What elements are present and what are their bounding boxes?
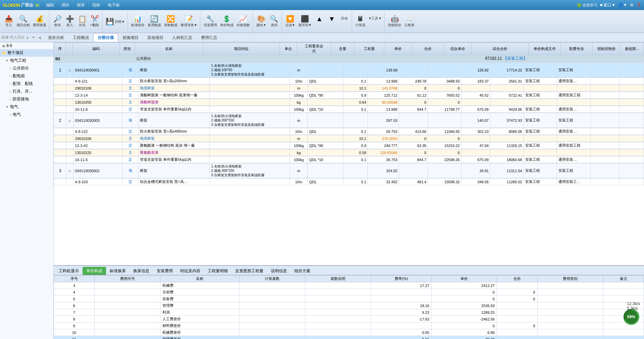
cell-expand[interactable]: ⊟ <box>66 163 73 178</box>
menu-edit[interactable]: 编制 <box>43 2 57 9</box>
bottom-tab-unit-price[interactable]: 单价构成 <box>83 267 106 275</box>
tab-measures[interactable]: 措施项目 <box>118 33 143 42</box>
table-row[interactable]: 12-3-42 定 聚氨酯漆 一般钢结构 底涂 增一遍 100kg QDL *9… <box>54 142 644 149</box>
sidebar-item-pipe[interactable]: □ 配管、配线 <box>0 80 53 88</box>
table-row[interactable]: 29010106 主 电缆桥架 m 10.1 270.2053 0 0 <box>54 135 644 142</box>
unit-price-button[interactable]: 💲 单价构成 <box>219 15 235 28</box>
sidebar-item-public[interactable]: □ 公共部分 <box>0 64 53 72</box>
query-button[interactable]: 🔎 查询 <box>51 15 63 28</box>
bottom-tab-qty-detail[interactable]: 工程量明细 <box>204 267 232 275</box>
up-button[interactable]: ▲ <box>313 15 326 28</box>
new-import[interactable]: 新建·导入导出 <box>1 35 24 40</box>
menu-adjust[interactable]: 调价 <box>58 2 73 9</box>
sidebar-item-light[interactable]: □ 灯具、开... <box>0 88 53 95</box>
menu-index[interactable]: 指标 <box>89 2 104 9</box>
online-learning[interactable]: 🟢 在线学习 <box>577 3 597 8</box>
table-row[interactable]: 13010225 主 聚氨酯底漆 kg 0.58 139.65066 0 0 <box>54 149 644 156</box>
expand-button[interactable]: ⬛ 展开到▼ <box>297 15 313 28</box>
color-button[interactable]: 🎨 颜色▼ <box>255 15 268 28</box>
reuse-button[interactable]: 🔄 复用数据 <box>146 15 162 28</box>
table-row[interactable]: 12-3-14 定 漆酚树脂漆 一般钢结构 底漆增一遍 100kg QDL *9… <box>54 92 644 99</box>
bottom-tab-notes[interactable]: 说明信息 <box>267 267 291 275</box>
table-row[interactable]: 2 ⊟ 034110030003 项 桥架 1.名称:防火强电桥架 2.规格:2… <box>54 113 644 128</box>
bottom-table-area[interactable]: 序号 费用代号 名称 计算基数 基数说明 费率(%) 单价 合价 费用类别 备注 <box>54 275 644 339</box>
cell-expand[interactable] <box>66 78 73 85</box>
bottom-tab-group[interactable]: 组价方案 <box>291 267 314 275</box>
sidebar-item-electric-eng[interactable]: ▼ 电气工程 <box>0 57 53 64</box>
import-button[interactable]: 📥 导入 <box>3 15 15 28</box>
supplement-button[interactable]: 📋 补充 <box>76 15 88 28</box>
menu-ebid[interactable]: 电子标 <box>104 2 123 9</box>
bottom-table-row[interactable]: 10 机械费差价 0.05 6.98 <box>54 329 644 336</box>
bottom-table-row[interactable]: 3 机械费 17.27 2412.27 <box>54 282 644 289</box>
table-row[interactable]: 4-9-103 定 铝合金槽式桥架安装 宽+高… 10m QDL 0.1 32.… <box>54 179 644 185</box>
main-table-area[interactable]: 序 编码 类别 名称 项目特征 单位 工程量表达式 含量 工程量 单价 合价 综… <box>54 42 644 265</box>
filter-button[interactable]: 🔽 过滤▼ <box>284 15 297 28</box>
sidebar-item-electric2[interactable]: ▼ 电气 <box>0 103 53 111</box>
cell-expand[interactable] <box>66 92 73 99</box>
cell-expand[interactable] <box>66 99 73 106</box>
cell-expand[interactable] <box>66 85 73 92</box>
bottom-table-row[interactable]: 5 设备费 0 0 <box>54 296 644 302</box>
cell-expand[interactable] <box>66 106 73 113</box>
self-check-button[interactable]: 🔍 项目自检 <box>15 15 31 28</box>
table-row[interactable]: 4-9-121 定 防火桥架安装 宽+高≤200mm 10m QDL 0.1 1… <box>54 78 644 85</box>
bottom-table-row[interactable]: 6 管理费 18.16 2536.59 <box>54 302 644 309</box>
nav-up-icon[interactable]: ▲ <box>26 36 29 39</box>
bottom-tab-labor[interactable]: 工料机显示 <box>55 267 83 275</box>
cell-expand[interactable] <box>66 128 73 135</box>
cell-expand[interactable] <box>66 156 73 163</box>
help-icon[interactable]: ❓ <box>636 3 641 7</box>
tab-labor-material[interactable]: 人材机汇总 <box>168 33 197 42</box>
section-b2[interactable]: B2 公共部分 67192.11 【安装工程】 <box>54 55 644 62</box>
bottom-table-row[interactable]: 4 主材费 0 0 <box>54 289 644 296</box>
cloud-button[interactable]: ☁️ 云检查 <box>403 15 416 28</box>
smart-button[interactable]: 🤖 智能组价 <box>387 15 403 28</box>
window-menu[interactable]: ■ 窗口▼ <box>600 2 615 8</box>
insert-button[interactable]: ➕ 插入 <box>64 15 76 28</box>
menu-report[interactable]: 报表 <box>73 2 88 9</box>
tool-button[interactable]: ▼工具▼ <box>367 15 383 28</box>
bottom-tab-calc-info[interactable]: 换算信息 <box>130 267 153 275</box>
sidebar-item-panel[interactable]: □ 配电箱 <box>0 72 53 80</box>
down-button[interactable]: ▼ <box>326 15 338 28</box>
cell-expand[interactable]: ⊟ <box>66 63 73 78</box>
fee-check-button[interactable]: 💰 费用查看 <box>32 15 48 28</box>
sidebar-item-electric[interactable]: 📁 整个项目 <box>0 49 53 57</box>
user-menu[interactable]: 👤▼ <box>618 3 627 7</box>
bottom-tab-features[interactable]: 特征及内容 <box>177 267 204 275</box>
bottom-table-row[interactable]: 11 管理费差价 0.21 29.33 <box>54 336 644 339</box>
sidebar-item-86[interactable]: ▣ 8-6 <box>0 42 53 49</box>
tab-section-items[interactable]: 分部分项 <box>93 33 118 42</box>
sidebar-item-lightning[interactable]: □ 防雷接地 <box>0 95 53 103</box>
table-row[interactable]: 1 ⊟ 034110030001 项 桥架 1.名称:防火强电桥架 2.规格:1… <box>54 63 644 78</box>
tab-project-overview[interactable]: 工程概况 <box>68 33 93 42</box>
replace-button[interactable]: 🔀 替换数据 <box>163 15 179 28</box>
sidebar-item-electric3[interactable]: □ 电气 <box>0 111 53 118</box>
cell-expand[interactable] <box>66 135 73 142</box>
find-button[interactable]: 🔍 查找 <box>268 15 280 28</box>
table-row[interactable]: 4-9-122 定 防火桥架安装 宽+高≤400mm 10m QDL 0.1 2… <box>54 128 644 135</box>
logo-dropdown[interactable]: ▼ <box>35 3 40 7</box>
cell-expand[interactable] <box>66 142 73 149</box>
other-button[interactable]: 其他 <box>338 15 350 28</box>
bottom-tab-graphic[interactable]: 反查图形工程量 <box>232 267 267 275</box>
cell-expand[interactable] <box>66 179 73 185</box>
tab-other-items[interactable]: 其他项目 <box>143 33 168 42</box>
settings-icon[interactable]: ⚙ <box>630 3 634 7</box>
tab-cost-analysis[interactable]: 造价分析 <box>44 33 68 42</box>
cell-expand[interactable]: ⊟ <box>66 113 73 128</box>
save-button[interactable]: 💾 存档▼ <box>104 17 126 26</box>
table-row[interactable]: 13010255 主 漆酚树脂漆 kg 0.64 80.45568 0 0 <box>54 99 644 106</box>
manage-button[interactable]: 📝 整理清单▼ <box>179 15 199 28</box>
table-row[interactable]: 10-11-6 定 管道支架安装 单件重量5kg以内 100kg QDL *10… <box>54 156 644 163</box>
bottom-table-row[interactable]: 9 材料费差价 0 0 <box>54 323 644 329</box>
bottom-table-row[interactable]: 7 利润 9.23 1289.25 <box>54 309 644 316</box>
bottom-table-row[interactable]: 8 人工费差价 -17.63 -2462.56 <box>54 316 644 323</box>
table-row[interactable]: 3 ⊟ 034110030002 项 桥架 1.名称:防火强电桥架 2.规格:3… <box>54 163 644 178</box>
bottom-tab-standard[interactable]: 标准换算 <box>106 267 130 275</box>
price-index-button[interactable]: 📈 价格指数 <box>235 15 251 28</box>
bottom-tab-install-fee[interactable]: 安装费用 <box>153 267 177 275</box>
tab-fee-summary[interactable]: 费用汇总 <box>197 33 221 42</box>
nav-down-icon[interactable]: ▼ <box>32 36 35 39</box>
